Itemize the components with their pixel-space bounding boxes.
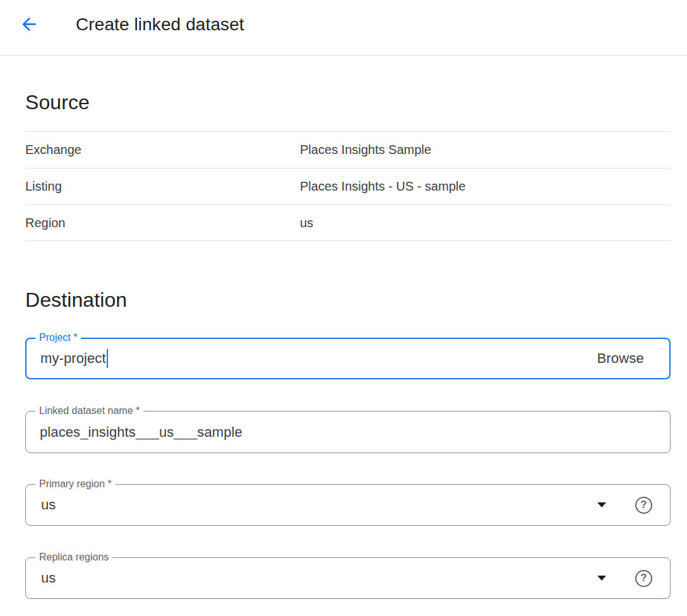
- region-label: Region: [25, 216, 300, 230]
- primary-region-value: us: [41, 497, 56, 513]
- replica-regions-label: Replica regions: [35, 551, 112, 563]
- main-content: Source Exchange Places Insights Sample L…: [0, 90, 687, 599]
- chevron-down-icon: [597, 576, 606, 581]
- region-value: us: [300, 216, 313, 230]
- linked-dataset-name-value: places_insights___us___sample: [40, 424, 242, 441]
- table-row-exchange: Exchange Places Insights Sample: [25, 131, 671, 168]
- project-input-value: my-project: [40, 350, 106, 367]
- listing-label: Listing: [25, 179, 300, 194]
- help-icon[interactable]: ?: [635, 497, 652, 514]
- linked-dataset-name-label: Linked dataset name *: [35, 405, 143, 417]
- replica-regions-select[interactable]: us ?: [25, 557, 671, 599]
- page-header: Create linked dataset: [0, 0, 687, 56]
- primary-region-field: Primary region * us ?: [25, 484, 671, 526]
- replica-regions-value: us: [41, 570, 56, 586]
- table-row-listing: Listing Places Insights - US - sample: [25, 168, 671, 204]
- listing-value: Places Insights - US - sample: [300, 179, 465, 194]
- replica-regions-field: Replica regions us ?: [25, 557, 671, 599]
- help-icon[interactable]: ?: [635, 570, 652, 587]
- source-table: Exchange Places Insights Sample Listing …: [25, 131, 671, 241]
- linked-dataset-name-field: Linked dataset name * places_insights___…: [25, 411, 671, 453]
- arrow-back-icon: [19, 14, 39, 34]
- source-heading: Source: [25, 90, 671, 114]
- project-input[interactable]: my-project Browse: [25, 338, 671, 379]
- text-cursor: [107, 349, 108, 368]
- exchange-label: Exchange: [25, 143, 300, 157]
- project-field: Project * my-project Browse: [25, 338, 671, 379]
- page-title: Create linked dataset: [76, 14, 244, 35]
- exchange-value: Places Insights Sample: [300, 143, 431, 157]
- destination-heading: Destination: [25, 288, 671, 312]
- linked-dataset-name-input[interactable]: places_insights___us___sample: [25, 411, 671, 453]
- back-button[interactable]: [19, 14, 39, 34]
- project-field-label: Project *: [35, 331, 81, 343]
- table-row-region: Region us: [25, 204, 671, 241]
- browse-button[interactable]: Browse: [597, 350, 652, 367]
- primary-region-label: Primary region *: [35, 478, 116, 490]
- chevron-down-icon: [597, 502, 606, 507]
- primary-region-select[interactable]: us ?: [25, 484, 671, 526]
